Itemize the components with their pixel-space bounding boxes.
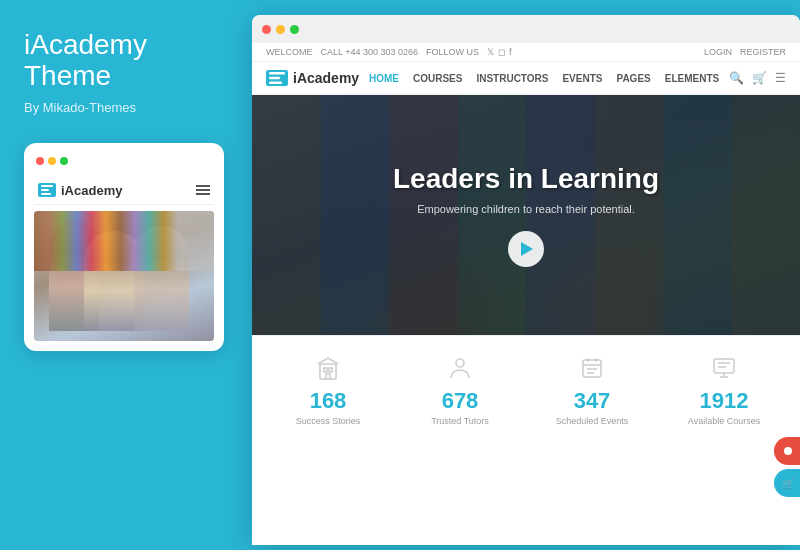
facebook-icon[interactable]: f <box>509 47 512 57</box>
brand-title: iAcademy Theme <box>24 30 224 92</box>
hero-section: Leaders in Learning Empowering children … <box>252 95 800 335</box>
svg-rect-5 <box>269 82 282 85</box>
stat-number-3: 347 <box>526 388 658 414</box>
svg-point-22 <box>784 447 792 455</box>
social-icons: 𝕏 ◻ f <box>487 47 512 57</box>
nav-home[interactable]: HOME <box>369 73 399 84</box>
site-logo: iAcademy <box>266 70 359 86</box>
cart-icon-side: 🛒 <box>782 478 794 489</box>
welcome-text: WELCOME <box>266 47 313 57</box>
instagram-icon[interactable]: ◻ <box>498 47 505 57</box>
topbar-right: LOGIN REGISTER <box>704 47 786 57</box>
cart-icon[interactable]: 🛒 <box>752 71 767 85</box>
play-button[interactable] <box>508 231 544 267</box>
browser-window: WELCOME CALL +44 300 303 0266 FOLLOW US … <box>252 15 800 545</box>
mobile-people <box>34 211 214 341</box>
search-icon[interactable]: 🔍 <box>729 71 744 85</box>
twitter-icon[interactable]: 𝕏 <box>487 47 494 57</box>
svg-rect-6 <box>320 364 336 379</box>
hero-title: Leaders in Learning <box>393 163 659 195</box>
login-link[interactable]: LOGIN <box>704 47 732 57</box>
svg-rect-1 <box>41 189 49 191</box>
brand-name: iAcademy <box>24 30 224 61</box>
brand-subtitle: Theme <box>24 61 224 92</box>
mobile-logo-text: iAcademy <box>61 183 122 198</box>
side-button-cart[interactable]: 🛒 <box>774 469 800 497</box>
site-logo-text: iAcademy <box>293 70 359 86</box>
nav-right: 🔍 🛒 ☰ <box>729 71 786 85</box>
mobile-dots <box>34 153 214 169</box>
site-nav: iAcademy HOME COURSES INSTRUCTORS EVENTS… <box>252 62 800 95</box>
nav-courses[interactable]: COURSES <box>413 73 462 84</box>
svg-point-10 <box>456 359 464 367</box>
hamburger-icon[interactable] <box>196 185 210 195</box>
dot-green <box>60 157 68 165</box>
svg-rect-4 <box>269 77 280 80</box>
browser-dot-green <box>290 25 299 34</box>
hero-subtitle: Empowering children to reach their poten… <box>393 203 659 215</box>
browser-dot-yellow <box>276 25 285 34</box>
stat-scheduled-events: 347 Scheduled Events <box>526 354 658 426</box>
stat-success-stories: 168 Success Stories <box>262 354 394 426</box>
site-topbar: WELCOME CALL +44 300 303 0266 FOLLOW US … <box>252 43 800 62</box>
dot-red <box>36 157 44 165</box>
nav-events[interactable]: EVENTS <box>562 73 602 84</box>
calendar-icon <box>526 354 658 382</box>
follow-text: FOLLOW US <box>426 47 479 57</box>
svg-rect-3 <box>269 72 285 75</box>
stat-number-2: 678 <box>394 388 526 414</box>
svg-rect-9 <box>326 374 330 379</box>
register-link[interactable]: REGISTER <box>740 47 786 57</box>
site-logo-icon <box>266 70 288 86</box>
mobile-logo: iAcademy <box>38 183 122 198</box>
stat-number-1: 168 <box>262 388 394 414</box>
stat-trusted-tutors: 678 Trusted Tutors <box>394 354 526 426</box>
mobile-hero-image <box>34 211 214 341</box>
menu-icon[interactable]: ☰ <box>775 71 786 85</box>
stat-label-1: Success Stories <box>262 416 394 426</box>
svg-rect-0 <box>41 185 53 187</box>
person-icon <box>394 354 526 382</box>
stat-number-4: 1912 <box>658 388 790 414</box>
svg-rect-8 <box>329 368 332 372</box>
stats-bar: 168 Success Stories 678 Trusted Tutors <box>252 335 800 444</box>
stat-label-2: Trusted Tutors <box>394 416 526 426</box>
mobile-header: iAcademy <box>34 177 214 205</box>
brand-author: By Mikado-Themes <box>24 100 224 115</box>
sidebar: iAcademy Theme By Mikado-Themes iAcademy <box>0 0 248 550</box>
browser-chrome <box>252 15 800 43</box>
stat-label-4: Available Courses <box>658 416 790 426</box>
svg-rect-2 <box>41 193 51 195</box>
nav-pages[interactable]: PAGES <box>616 73 650 84</box>
svg-rect-7 <box>324 368 327 372</box>
monitor-icon <box>658 354 790 382</box>
nav-instructors[interactable]: INSTRUCTORS <box>476 73 548 84</box>
nav-links: HOME COURSES INSTRUCTORS EVENTS PAGES EL… <box>369 73 719 84</box>
hero-content: Leaders in Learning Empowering children … <box>393 163 659 267</box>
building-icon <box>262 354 394 382</box>
svg-rect-17 <box>714 359 734 373</box>
stat-label-3: Scheduled Events <box>526 416 658 426</box>
mobile-logo-icon <box>38 183 56 197</box>
topbar-left: WELCOME CALL +44 300 303 0266 FOLLOW US … <box>266 47 512 57</box>
mobile-mockup: iAcademy <box>24 143 224 351</box>
side-button-red[interactable] <box>774 437 800 465</box>
nav-elements[interactable]: ELEMENTS <box>665 73 719 84</box>
stat-available-courses: 1912 Available Courses <box>658 354 790 426</box>
dot-yellow <box>48 157 56 165</box>
browser-dot-red <box>262 25 271 34</box>
phone-text: CALL +44 300 303 0266 <box>321 47 419 57</box>
